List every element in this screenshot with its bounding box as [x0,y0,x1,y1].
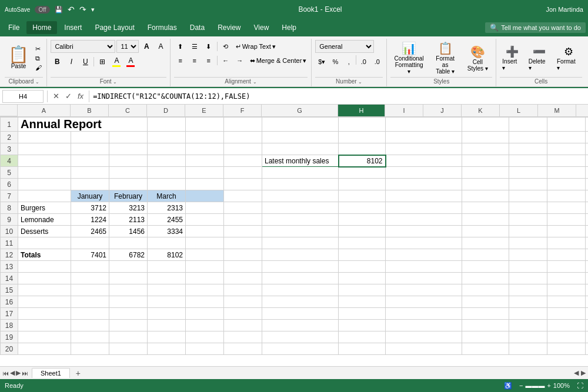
menu-page-layout[interactable]: Page Layout [89,21,140,34]
cell-F7[interactable] [224,190,262,202]
sheet-nav-prev[interactable]: ◀ [10,369,15,377]
cell-C7[interactable]: February [109,190,148,202]
top-align-button[interactable]: ⬆ [174,40,187,53]
copy-button[interactable]: ⧉ [34,54,44,63]
cell-C20[interactable] [109,343,148,355]
angle-text-button[interactable]: ⟲ [219,40,232,53]
autosave-toggle[interactable]: Off [35,6,49,14]
cell-K16[interactable] [509,296,547,308]
tell-me-text[interactable]: Tell me what you want to do [501,24,581,31]
cell-D15[interactable] [148,284,186,296]
cell-F18[interactable] [224,320,262,331]
cell-F11[interactable] [224,237,262,249]
formula-confirm-button[interactable]: ✓ [64,92,74,100]
cell-E4[interactable] [186,155,224,167]
cell-C17[interactable] [109,308,148,320]
cell-K6[interactable] [509,179,547,190]
col-header-I[interactable]: I [385,105,423,116]
cell-K17[interactable] [509,308,547,320]
cell-F8[interactable] [224,202,262,214]
menu-home[interactable]: Home [26,21,57,34]
cell-B6[interactable] [71,179,109,190]
cell-I18[interactable] [386,320,462,331]
cell-E8[interactable] [186,202,224,214]
cell-I10[interactable] [386,226,462,237]
col-header-C[interactable]: C [109,105,147,116]
cell-C4[interactable] [109,155,148,167]
cell-M3[interactable] [586,143,589,155]
cell-L5[interactable] [547,167,586,179]
cell-H4[interactable]: 8102 [339,155,386,167]
left-align-button[interactable]: ≡ [174,54,187,67]
cell-M6[interactable] [586,179,589,190]
cell-B5[interactable] [71,167,109,179]
cell-G1[interactable] [386,118,462,132]
cell-J14[interactable] [462,273,509,284]
cell-H13[interactable] [339,261,386,273]
cell-G19[interactable] [262,331,339,343]
cell-J10[interactable] [462,226,509,237]
cell-I6[interactable] [386,179,462,190]
cell-J2[interactable] [462,132,509,143]
format-painter-button[interactable]: 🖌 [34,63,44,72]
cell-G10[interactable] [262,226,339,237]
cell-E3[interactable] [186,143,224,155]
cell-C19[interactable] [109,331,148,343]
col-header-L[interactable]: L [500,105,538,116]
cell-F4[interactable] [224,155,262,167]
cell-B9[interactable]: 1224 [71,214,109,226]
bold-button[interactable]: B [51,55,64,68]
cell-G7[interactable] [262,190,339,202]
cell-A13[interactable] [18,261,71,273]
menu-help[interactable]: Help [276,21,302,34]
cell-A2[interactable] [18,132,71,143]
cell-E18[interactable] [186,320,224,331]
cell-L18[interactable] [547,320,586,331]
cell-G16[interactable] [262,296,339,308]
formula-cancel-button[interactable]: ✕ [51,92,61,100]
cell-L16[interactable] [547,296,586,308]
cell-D9[interactable]: 2455 [148,214,186,226]
cut-button[interactable]: ✂ [34,45,44,53]
cell-F3[interactable] [224,143,262,155]
cell-G13[interactable] [262,261,339,273]
cell-A16[interactable] [18,296,71,308]
cell-J9[interactable] [462,214,509,226]
cell-G9[interactable] [262,214,339,226]
cell-B14[interactable] [71,273,109,284]
cell-H8[interactable] [339,202,386,214]
cell-I17[interactable] [386,308,462,320]
decrease-font-size-button[interactable]: A [154,40,167,53]
font-name-select[interactable]: Calibri [51,40,115,53]
cell-L6[interactable] [547,179,586,190]
cell-A1[interactable]: Annual Report [18,118,148,132]
cell-H19[interactable] [339,331,386,343]
col-header-D[interactable]: D [147,105,185,116]
cell-K14[interactable] [509,273,547,284]
cell-A20[interactable] [18,343,71,355]
cell-E7[interactable] [186,190,224,202]
cell-G12[interactable] [262,249,339,261]
cell-M4[interactable] [586,155,589,167]
cell-M10[interactable] [586,226,589,237]
cell-K1[interactable] [586,118,589,132]
cell-M7[interactable] [586,190,589,202]
delete-button[interactable]: ➖ Delete ▾ [526,44,552,72]
col-header-M[interactable]: M [538,105,576,116]
cell-J7[interactable] [462,190,509,202]
cell-K3[interactable] [509,143,547,155]
cell-D10[interactable]: 3334 [148,226,186,237]
cell-F13[interactable] [224,261,262,273]
cell-B17[interactable] [71,308,109,320]
cell-D6[interactable] [148,179,186,190]
cell-H5[interactable] [339,167,386,179]
cell-L3[interactable] [547,143,586,155]
cell-M19[interactable] [586,331,589,343]
underline-button[interactable]: U [79,55,92,68]
cell-L14[interactable] [547,273,586,284]
cell-D3[interactable] [148,143,186,155]
cell-L9[interactable] [547,214,586,226]
cell-J12[interactable] [462,249,509,261]
cell-G14[interactable] [262,273,339,284]
cell-I1[interactable] [509,118,547,132]
